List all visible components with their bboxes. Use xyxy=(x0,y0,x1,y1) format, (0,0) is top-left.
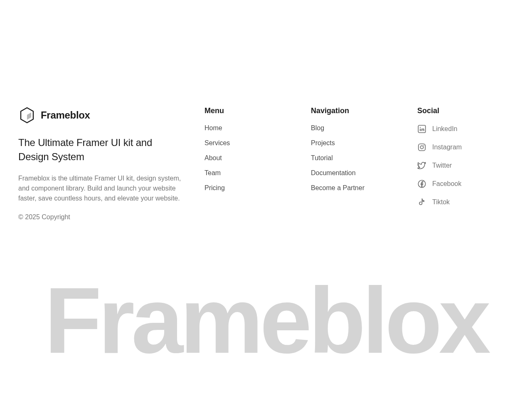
social-column: Social LinkedIn xyxy=(417,106,514,221)
logo-icon xyxy=(18,106,36,124)
social-link-linkedin[interactable]: LinkedIn xyxy=(417,124,514,134)
social-label: Instagram xyxy=(432,144,462,151)
navigation-column: Navigation Blog Projects Tutorial Docume… xyxy=(311,106,407,221)
twitter-icon xyxy=(417,161,426,170)
social-link-facebook[interactable]: Facebook xyxy=(417,179,514,188)
brand-description: Frameblox is the ultimate Framer UI kit,… xyxy=(18,173,185,203)
menu-link-about[interactable]: About xyxy=(204,154,222,161)
svg-point-3 xyxy=(420,146,423,149)
logo[interactable]: Frameblox xyxy=(18,106,185,124)
linkedin-icon xyxy=(417,124,426,134)
nav-link-documentation[interactable]: Documentation xyxy=(311,169,356,176)
svg-rect-2 xyxy=(419,144,426,151)
menu-column: Menu Home Services About Team Pricing xyxy=(204,106,301,221)
menu-title: Menu xyxy=(204,106,301,115)
navigation-title: Navigation xyxy=(311,106,407,115)
social-label: LinkedIn xyxy=(432,125,458,133)
instagram-icon xyxy=(417,143,426,152)
social-label: Twitter xyxy=(432,162,452,169)
svg-point-4 xyxy=(424,145,424,146)
big-brand-text: Frameblox xyxy=(0,282,532,359)
social-label: Facebook xyxy=(432,180,461,188)
menu-link-team[interactable]: Team xyxy=(204,169,221,176)
brand-headline: The Ultimate Framer UI kit and Design Sy… xyxy=(18,136,185,163)
social-title: Social xyxy=(417,106,514,115)
menu-link-services[interactable]: Services xyxy=(204,139,230,146)
nav-link-projects[interactable]: Projects xyxy=(311,139,335,146)
nav-link-partner[interactable]: Become a Partner xyxy=(311,184,365,191)
footer-brand-column: Frameblox The Ultimate Framer UI kit and… xyxy=(18,106,185,221)
social-link-twitter[interactable]: Twitter xyxy=(417,161,514,170)
facebook-icon xyxy=(417,179,426,188)
copyright: © 2025 Copyright xyxy=(18,213,185,221)
social-label: Tiktok xyxy=(432,198,450,206)
tiktok-icon xyxy=(417,198,426,207)
menu-link-pricing[interactable]: Pricing xyxy=(204,184,225,191)
social-link-instagram[interactable]: Instagram xyxy=(417,143,514,152)
nav-link-tutorial[interactable]: Tutorial xyxy=(311,154,333,161)
logo-text: Frameblox xyxy=(41,109,90,121)
nav-link-blog[interactable]: Blog xyxy=(311,124,324,131)
menu-link-home[interactable]: Home xyxy=(204,124,222,131)
svg-point-1 xyxy=(420,127,421,128)
social-link-tiktok[interactable]: Tiktok xyxy=(417,198,514,207)
